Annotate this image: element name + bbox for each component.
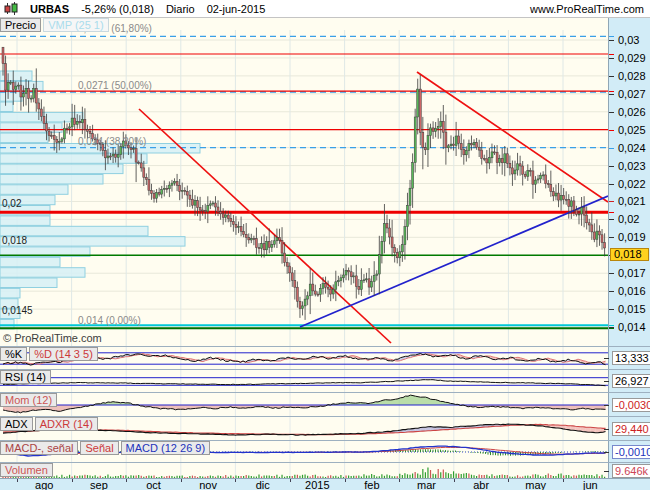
price-axis-tick (609, 58, 614, 59)
svg-text:0,0271 (50,00%): 0,0271 (50,00%) (78, 80, 152, 91)
svg-text:0,014 (0,00%): 0,014 (0,00%) (78, 315, 141, 326)
x-axis-month: abr (473, 479, 489, 490)
price-axis-tick (609, 184, 614, 185)
momentum-canvas (0, 393, 608, 417)
price-axis-colored-tick (609, 328, 614, 329)
rsi-value: 26,927 (612, 374, 650, 388)
price-axis-label: 0,028 (618, 70, 646, 82)
price-axis-label: 0,015 (618, 303, 646, 315)
stochastic-value-axis: 13,333 (608, 347, 650, 369)
x-axis-month: mar (417, 479, 436, 490)
price-change: -5,26% (0,018) (81, 3, 154, 15)
tab-volume-profile-indicator[interactable]: VMP (25 1) (43, 18, 108, 32)
tab-precio[interactable]: Precio (0, 18, 41, 32)
momentum-value: -0,0030 (612, 398, 650, 412)
value-tick (604, 381, 609, 382)
macd-value-axis: -0,00102 (608, 441, 650, 462)
price-axis-colored-tick (609, 212, 614, 213)
price-axis-tick (609, 291, 614, 292)
x-axis-month: ago (35, 479, 53, 490)
tab-adxr[interactable]: ADXR (14) (35, 417, 98, 431)
website-label: www.ProRealTime.com (530, 3, 650, 15)
adx-value-axis: 29,440 (608, 417, 650, 440)
adx-value: 29,440 (612, 422, 650, 436)
tab-macd-senal[interactable]: MACD-, señal (0, 441, 78, 455)
price-axis-colored-tick (609, 91, 614, 92)
time-axis-tick (345, 479, 346, 482)
price-axis-label: 0,023 (618, 160, 646, 172)
prorealtime-window: URBAS -5,26% (0,018) Diario 02-jun-2015 … (0, 0, 650, 490)
price-axis-label: 0,016 (618, 285, 646, 297)
tab-momentum[interactable]: Mom (12) (0, 393, 57, 407)
tab-adx[interactable]: ADX (0, 417, 33, 431)
time-axis-tick (563, 479, 564, 482)
tab-percent-d[interactable]: %D (14 3 5) (29, 347, 98, 361)
tab-percent-k[interactable]: %K (0, 347, 27, 361)
price-axis-label: 0,024 (618, 142, 646, 154)
price-axis-colored-tick (609, 148, 614, 149)
x-axis-month: feb (364, 479, 379, 490)
price-axis-label: 0,014 (618, 321, 646, 333)
volume-value: 9.646k (612, 464, 650, 478)
macd-value: -0,00102 (612, 445, 650, 459)
price-axis-label: 0,025 (618, 124, 646, 136)
svg-text:0,02: 0,02 (2, 198, 22, 209)
x-axis-month: dic (256, 479, 270, 490)
momentum-value-axis: -0,0030 (608, 393, 650, 416)
svg-text:0,024 (38,20%): 0,024 (38,20%) (78, 136, 146, 147)
x-axis-month: jun (583, 479, 598, 490)
candlestick-icon (4, 2, 18, 15)
x-axis-month: nov (199, 479, 217, 490)
title-bar: URBAS -5,26% (0,018) Diario 02-jun-2015 … (0, 0, 650, 18)
tab-volumen[interactable]: Volumen (0, 463, 53, 477)
price-axis-label: 0,021 (618, 195, 646, 207)
price-axis-tick (609, 309, 614, 310)
watermark: © ProRealTime.com (3, 332, 102, 344)
momentum-panel[interactable]: Mom (12) -0,0030 (0, 392, 650, 416)
current-price-tag: 0,018 (610, 248, 649, 261)
price-axis-label: 0,03 (618, 34, 639, 46)
stochastic-panel[interactable]: %K %D (14 3 5) 13,333 (0, 346, 650, 369)
price-axis-colored-tick (609, 325, 614, 326)
time-axis[interactable]: agosepoctnovdic2015febmarabrmayjun (0, 478, 650, 490)
timeframe-label[interactable]: Diario (166, 3, 195, 15)
time-axis-tick (399, 479, 400, 482)
tab-senal[interactable]: Señal (80, 441, 118, 455)
macd-panel[interactable]: MACD-, señal Señal MACD (12 26 9) -0,001… (0, 440, 650, 462)
x-axis-month: sep (90, 479, 108, 490)
price-axis-label: 0,022 (618, 178, 646, 190)
svg-text:0,0145: 0,0145 (2, 305, 33, 316)
price-axis[interactable]: 0,030,0290,0280,0270,0260,0250,0240,0230… (608, 18, 650, 346)
price-axis-label: 0,029 (618, 52, 646, 64)
rsi-panel[interactable]: RSI (14) 26,927 (0, 369, 650, 392)
volume-panel[interactable]: Volumen 9.646k (0, 462, 650, 478)
date-label: 02-jun-2015 (207, 3, 266, 15)
rsi-value-axis: 26,927 (608, 370, 650, 392)
time-axis-tick (181, 479, 182, 482)
price-axis-label: 0,017 (618, 267, 646, 279)
value-tick (604, 405, 609, 406)
price-axis-tick (609, 219, 614, 220)
tab-macd[interactable]: MACD (12 26 9) (121, 441, 210, 455)
volume-canvas (0, 463, 608, 479)
value-tick (604, 452, 609, 453)
svg-text:0,018: 0,018 (2, 235, 27, 246)
price-axis-tick (609, 237, 614, 238)
adx-panel[interactable]: ADX ADXR (14) 29,440 (0, 416, 650, 440)
price-axis-colored-tick (609, 130, 614, 131)
volume-value-axis: 9.646k (608, 463, 650, 478)
price-chart-panel[interactable]: 0,0302 (61,80%)0,0271 (50,00%)0,024 (38,… (0, 18, 650, 346)
stochastic-value: 13,333 (612, 351, 650, 365)
price-axis-tick (609, 40, 614, 41)
price-axis-label: 0,019 (618, 231, 646, 243)
time-axis-tick (290, 479, 291, 482)
price-axis-label: 0,027 (618, 88, 646, 100)
value-tick (604, 429, 609, 430)
time-axis-tick (235, 479, 236, 482)
time-axis-tick (17, 479, 18, 482)
tab-rsi[interactable]: RSI (14) (0, 370, 51, 384)
price-axis-label: 0,026 (618, 106, 646, 118)
price-axis-colored-tick (609, 36, 614, 37)
x-axis-month: oct (146, 479, 161, 490)
price-axis-tick (609, 166, 614, 167)
